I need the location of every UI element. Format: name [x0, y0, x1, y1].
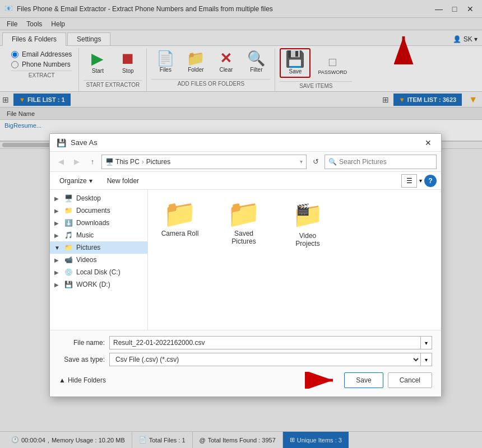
nav-forward-button[interactable]: ▶	[70, 155, 84, 169]
sidebar-item-music[interactable]: ▶ 🎵 Music	[50, 229, 147, 241]
save-type-label: Save as type:	[59, 356, 109, 363]
local-disk-label: Local Disk (C:)	[76, 268, 121, 276]
music-icon: 🎵	[64, 231, 73, 239]
videos-label: Videos	[76, 256, 96, 264]
sidebar-item-documents[interactable]: ▶ 📁 Documents	[50, 204, 147, 217]
work-drive-label: WORK (D:)	[76, 281, 110, 288]
save-type-select[interactable]: Csv File (.csv) (*.csv)	[109, 353, 421, 366]
sidebar-item-work-d[interactable]: ▶ 💾 WORK (D:)	[50, 278, 147, 291]
folder-saved-pictures[interactable]: 📁 Saved Pictures	[219, 197, 269, 249]
expand-arrow: ▶	[54, 220, 61, 226]
sidebar-item-local-disk-c[interactable]: ▶ 💿 Local Disk (C:)	[50, 266, 147, 278]
desktop-label: Desktop	[76, 194, 101, 202]
dialog-save-button[interactable]: Save	[344, 372, 383, 388]
search-input[interactable]	[339, 158, 433, 166]
dialog-secondary-toolbar: Organize ▾ New folder ☰ ▾ ?	[50, 172, 441, 190]
organize-dropdown-icon: ▾	[89, 177, 92, 185]
view-dropdown-icon[interactable]: ▾	[419, 178, 422, 184]
file-name-label: File name:	[59, 339, 109, 347]
downloads-label: Downloads	[76, 219, 109, 227]
view-grid-button[interactable]: ☰	[401, 174, 417, 188]
search-icon: 🔍	[328, 158, 337, 166]
expand-arrow: ▶	[54, 282, 61, 288]
nav-back-button[interactable]: ◀	[54, 155, 68, 169]
sidebar-item-pictures[interactable]: ▼ 📁 Pictures	[50, 241, 147, 254]
dialog-actions: ▲ Hide Folders Save Cancel	[59, 370, 432, 391]
view-buttons: ☰ ▾ ?	[401, 174, 437, 188]
downloads-icon: ⬇️	[64, 219, 73, 227]
organize-label: Organize	[59, 177, 87, 185]
documents-icon: 📁	[64, 207, 73, 214]
search-box[interactable]: 🔍	[325, 155, 437, 169]
saved-pictures-label: Saved Pictures	[223, 230, 265, 245]
expand-arrow: ▶	[54, 232, 61, 239]
hide-folders-label: Hide Folders	[68, 376, 106, 384]
folder-video-projects[interactable]: 📁 🎬 Video Projects	[282, 197, 333, 251]
save-as-dialog: 💾 Save As ✕ ◀ ▶ ↑ 🖥️ This PC › Pictures …	[49, 133, 442, 397]
expand-arrow: ▶	[54, 257, 61, 263]
pictures-icon: 📁	[64, 244, 73, 251]
dialog-content-area: 📁 Camera Roll 📁 Saved Pictures 📁 🎬 Video…	[148, 190, 441, 330]
dialog-cancel-button[interactable]: Cancel	[388, 372, 432, 388]
sidebar-item-downloads[interactable]: ▶ ⬇️ Downloads	[50, 217, 147, 229]
camera-roll-label: Camera Roll	[161, 230, 199, 237]
dialog-close-button[interactable]: ✕	[422, 137, 434, 149]
expand-arrow: ▼	[54, 245, 61, 251]
save-type-dropdown[interactable]: ▾	[421, 353, 432, 366]
video-projects-icon: 📁 🎬	[293, 200, 323, 230]
local-disk-icon: 💿	[64, 268, 73, 276]
breadcrumb-dropdown-icon[interactable]: ▾	[300, 158, 303, 165]
file-name-dropdown[interactable]: ▾	[421, 336, 432, 349]
camera-roll-icon: 📁	[163, 200, 197, 227]
sidebar-item-desktop[interactable]: ▶ 🖥️ Desktop	[50, 192, 147, 204]
organize-button[interactable]: Organize ▾	[54, 174, 98, 188]
hide-folders-arrow: ▲	[59, 376, 66, 384]
expand-arrow: ▶	[54, 269, 61, 276]
folder-camera-roll[interactable]: 📁 Camera Roll	[155, 197, 205, 241]
nav-refresh-button[interactable]: ↺	[309, 155, 322, 169]
dialog-title-icon: 💾	[57, 138, 66, 147]
save-btn-arrow-indicator	[304, 372, 337, 389]
file-name-row: File name: ▾	[59, 336, 432, 349]
dialog-title-bar: 💾 Save As ✕	[50, 134, 441, 152]
save-type-row: Save as type: Csv File (.csv) (*.csv) ▾	[59, 353, 432, 366]
breadcrumb[interactable]: 🖥️ This PC › Pictures ▾	[101, 155, 307, 169]
hide-folders-toggle[interactable]: ▲ Hide Folders	[59, 376, 106, 384]
work-drive-icon: 💾	[64, 281, 73, 288]
help-button[interactable]: ?	[424, 175, 437, 187]
dialog-sidebar: ▶ 🖥️ Desktop ▶ 📁 Documents ▶ ⬇️ Download…	[50, 190, 148, 330]
videos-icon: 📹	[64, 256, 73, 264]
video-projects-label: Video Projects	[286, 232, 329, 248]
breadcrumb-sep1: ›	[142, 158, 144, 166]
file-name-input[interactable]	[109, 336, 421, 349]
saved-pictures-icon: 📁	[227, 200, 261, 227]
dialog-body: ▶ 🖥️ Desktop ▶ 📁 Documents ▶ ⬇️ Download…	[50, 190, 441, 330]
breadcrumb-this-pc: 🖥️ This PC	[105, 158, 140, 166]
expand-arrow: ▶	[54, 208, 61, 214]
expand-arrow: ▶	[54, 195, 61, 202]
sidebar-item-videos[interactable]: ▶ 📹 Videos	[50, 254, 147, 266]
pictures-label: Pictures	[76, 244, 100, 251]
desktop-icon: 🖥️	[64, 194, 73, 202]
breadcrumb-pictures: Pictures	[146, 158, 170, 166]
new-folder-button[interactable]: New folder	[102, 174, 144, 188]
nav-up-button[interactable]: ↑	[86, 155, 99, 169]
dialog-footer: File name: ▾ Save as type: Csv File (.cs…	[50, 330, 441, 396]
dialog-title-text: Save As	[71, 138, 422, 147]
documents-label: Documents	[76, 207, 110, 214]
dialog-nav-toolbar: ◀ ▶ ↑ 🖥️ This PC › Pictures ▾ ↺ 🔍	[50, 152, 441, 172]
music-label: Music	[76, 231, 94, 239]
